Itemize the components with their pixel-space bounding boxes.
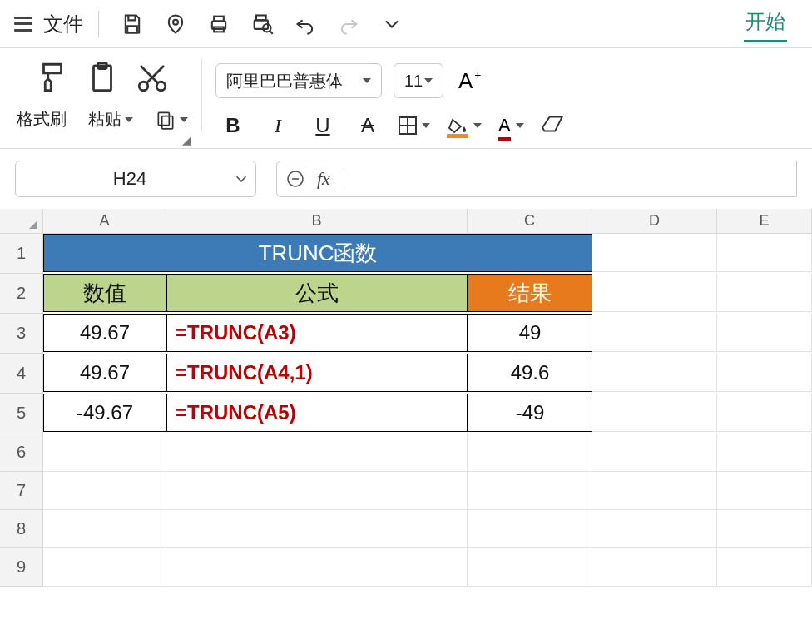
chevron-down-icon (232, 170, 250, 188)
share-button[interactable] (159, 7, 192, 41)
cell-E7[interactable] (717, 472, 812, 510)
name-box[interactable]: H24 (15, 161, 256, 197)
cell-A7[interactable] (43, 472, 166, 510)
file-menu[interactable]: 文件 (43, 11, 99, 37)
cell-B7[interactable] (166, 472, 468, 510)
more-dropdown[interactable] (375, 7, 408, 41)
group-expand-icon[interactable]: ◢ (182, 133, 191, 146)
fx-label[interactable]: fx (317, 168, 344, 190)
cell-E2[interactable] (717, 274, 812, 312)
cell-E4[interactable] (717, 354, 812, 392)
cell-A5[interactable]: -49.67 (43, 394, 166, 432)
italic-button[interactable]: I (264, 111, 292, 140)
cell-E3[interactable] (717, 314, 812, 352)
font-color-swatch (498, 137, 511, 141)
cell-B5[interactable]: =TRUNC(A5) (166, 394, 468, 432)
underline-button[interactable]: U (309, 111, 337, 140)
cell-C3[interactable]: 49 (468, 314, 592, 352)
paste-label[interactable]: 粘贴 (88, 108, 133, 131)
tab-start[interactable]: 开始 (744, 5, 787, 42)
font-color-button[interactable]: A (498, 115, 524, 136)
cell-C4[interactable]: 49.6 (468, 354, 592, 392)
cell-A4[interactable]: 49.67 (43, 354, 166, 392)
cell-A8[interactable] (43, 510, 166, 548)
borders-button[interactable] (399, 116, 430, 135)
font-family-select[interactable]: 阿里巴巴普惠体 (215, 63, 382, 98)
cancel-icon[interactable] (285, 169, 305, 189)
cell-C6[interactable] (468, 433, 592, 472)
cell-D6[interactable] (592, 433, 717, 472)
cell-E6[interactable] (717, 433, 812, 472)
hamburger-icon[interactable] (12, 12, 35, 36)
svg-point-6 (263, 24, 270, 32)
redo-button (332, 7, 365, 41)
chevron-down-icon (380, 12, 404, 36)
cell-D4[interactable] (592, 354, 717, 392)
cell-C8[interactable] (468, 510, 592, 548)
col-header-A[interactable]: A (43, 209, 166, 234)
clipboard-icon (85, 60, 120, 95)
copy-dropdown[interactable] (155, 108, 188, 131)
cell-C5[interactable]: -49 (468, 394, 592, 432)
svg-rect-12 (162, 116, 173, 128)
format-painter-button[interactable] (35, 60, 70, 98)
format-painter-label[interactable]: 格式刷 (17, 108, 67, 131)
cell-B9[interactable] (166, 548, 468, 587)
row-header-8[interactable]: 8 (0, 510, 43, 548)
print-button[interactable] (202, 7, 235, 41)
select-all-corner[interactable] (0, 209, 43, 234)
undo-button[interactable] (289, 7, 322, 41)
col-header-C[interactable]: C (468, 209, 592, 234)
col-header-B[interactable]: B (166, 209, 468, 234)
cell-D1[interactable] (592, 234, 717, 272)
cell-E8[interactable] (717, 510, 812, 548)
strikethrough-button[interactable]: A (354, 111, 382, 140)
print-icon (207, 12, 230, 36)
row-header-2[interactable]: 2 (0, 274, 43, 314)
cell-D5[interactable] (592, 394, 717, 432)
header-formula[interactable]: 公式 (166, 274, 468, 312)
cell-B6[interactable] (166, 433, 468, 472)
cell-B8[interactable] (166, 510, 468, 548)
fill-color-button[interactable] (447, 118, 482, 133)
spreadsheet[interactable]: A B C D E 1 TRUNC函数 2 数值 公式 结果 3 49.67 =… (0, 209, 812, 587)
save-button[interactable] (116, 7, 149, 41)
cell-E5[interactable] (717, 394, 812, 432)
borders-icon (399, 116, 417, 135)
clear-format-button[interactable] (541, 114, 566, 137)
row-header-7[interactable]: 7 (0, 472, 43, 510)
row-header-9[interactable]: 9 (0, 548, 43, 587)
cell-D7[interactable] (592, 472, 717, 510)
row-header-3[interactable]: 3 (0, 314, 43, 354)
table-title[interactable]: TRUNC函数 (43, 234, 592, 272)
header-result[interactable]: 结果 (468, 274, 592, 312)
cell-D3[interactable] (592, 314, 717, 352)
cut-button[interactable] (135, 60, 170, 98)
chevron-down-icon (363, 78, 371, 83)
cell-A3[interactable]: 49.67 (43, 314, 166, 352)
cell-E9[interactable] (717, 548, 812, 587)
increase-font-button[interactable]: A+ (458, 68, 482, 94)
cell-C7[interactable] (468, 472, 592, 510)
row-header-6[interactable]: 6 (0, 433, 43, 472)
col-header-E[interactable]: E (717, 209, 812, 234)
cell-C9[interactable] (468, 548, 592, 587)
col-header-D[interactable]: D (592, 209, 717, 234)
font-size-select[interactable]: 11 (394, 63, 443, 98)
cell-B3[interactable]: =TRUNC(A3) (166, 314, 468, 352)
cell-B4[interactable]: =TRUNC(A4,1) (166, 354, 468, 392)
cell-D2[interactable] (592, 274, 717, 312)
header-value[interactable]: 数值 (43, 274, 166, 312)
paste-button[interactable] (85, 60, 120, 98)
print-preview-button[interactable] (245, 7, 279, 41)
cell-E1[interactable] (717, 234, 812, 272)
row-header-4[interactable]: 4 (0, 354, 43, 394)
row-header-5[interactable]: 5 (0, 394, 43, 433)
row-header-1[interactable]: 1 (0, 234, 43, 274)
cell-D8[interactable] (592, 510, 717, 548)
cell-D9[interactable] (592, 548, 717, 587)
bold-button[interactable]: B (219, 111, 247, 140)
cell-A6[interactable] (43, 433, 166, 472)
cell-A9[interactable] (43, 548, 166, 587)
formula-bar[interactable]: fx (276, 161, 797, 197)
